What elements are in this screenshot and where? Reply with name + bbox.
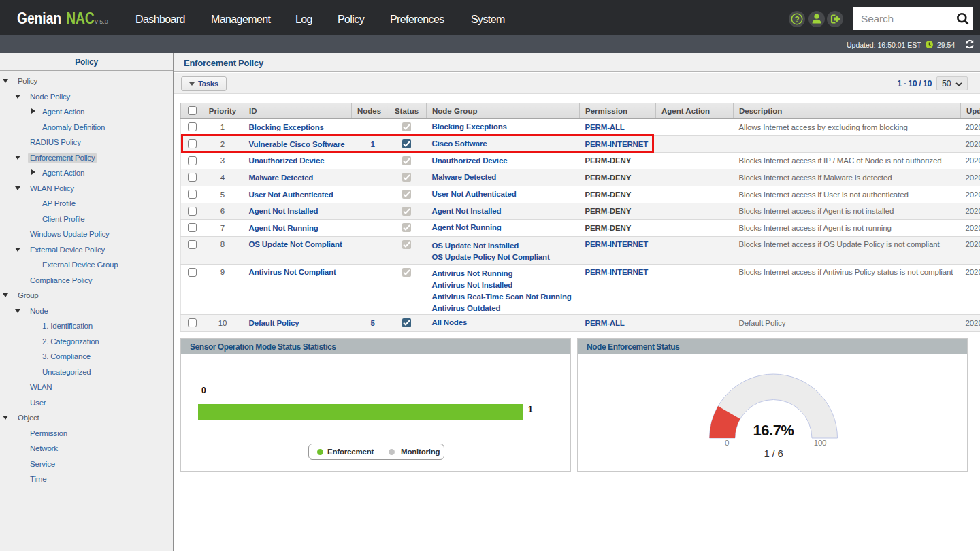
svg-text:?: ?: [794, 15, 799, 24]
